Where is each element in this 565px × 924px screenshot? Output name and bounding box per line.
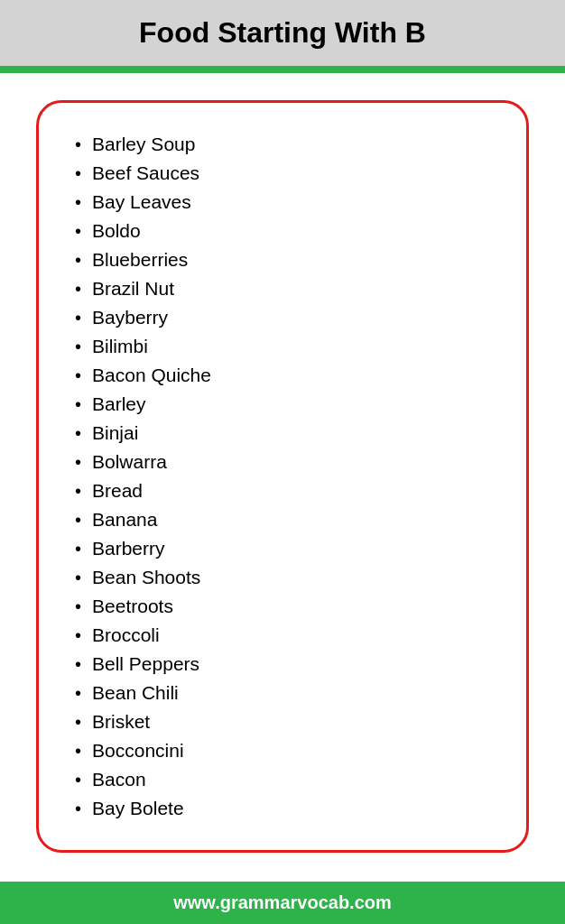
list-item-text: Bayberry [92,307,168,328]
footer-url: www.grammarvocab.com [173,892,392,912]
green-divider-top [0,66,565,73]
list-item-text: Bean Shoots [92,567,200,588]
list-item: Bacon [75,765,490,794]
list-item: Bilimbi [75,332,490,361]
list-item: Bay Bolete [75,794,490,823]
list-item-text: Bay Bolete [92,798,184,819]
page-title: Food Starting With B [18,16,547,50]
list-item-text: Beef Sauces [92,162,199,184]
list-item-text: Bocconcini [92,740,184,762]
list-item: Bocconcini [75,736,490,765]
list-item-text: Bean Chili [92,682,179,704]
list-item-text: Brazil Nut [92,278,174,300]
list-item: Bayberry [75,303,490,332]
list-item-text: Bacon [92,769,146,790]
list-item: Brazil Nut [75,274,490,303]
list-item: Bean Shoots [75,563,490,592]
list-item-text: Banana [92,509,157,531]
food-list: Barley SoupBeef SaucesBay LeavesBoldoBlu… [75,130,490,823]
list-item-text: Broccoli [92,624,160,646]
list-item: Bread [75,476,490,505]
list-item: Blueberries [75,245,490,274]
page-footer: www.grammarvocab.com [0,882,565,924]
list-item: Binjai [75,419,490,448]
main-content: Barley SoupBeef SaucesBay LeavesBoldoBlu… [0,73,565,882]
list-item: Barley [75,390,490,419]
list-item: Banana [75,505,490,534]
list-item-text: Brisket [92,711,150,733]
list-item: Bean Chili [75,679,490,707]
list-item-text: Bread [92,480,143,502]
list-item: Beetroots [75,592,490,621]
food-list-container: Barley SoupBeef SaucesBay LeavesBoldoBlu… [36,100,529,853]
list-item: Brisket [75,707,490,736]
list-item: Bacon Quiche [75,361,490,390]
page-header: Food Starting With B [0,0,565,66]
list-item-text: Bolwarra [92,451,167,473]
list-item-text: Bell Peppers [92,653,199,675]
list-item: Bell Peppers [75,650,490,679]
list-item: Beef Sauces [75,159,490,188]
list-item-text: Barley [92,393,146,415]
list-item-text: Beetroots [92,596,173,617]
list-item: Barberry [75,534,490,563]
list-item-text: Blueberries [92,249,188,271]
list-item-text: Bilimbi [92,336,148,357]
list-item-text: Barley Soup [92,134,195,155]
list-item: Bay Leaves [75,188,490,217]
list-item: Boldo [75,217,490,245]
list-item: Bolwarra [75,448,490,476]
list-item: Barley Soup [75,130,490,159]
list-item-text: Bay Leaves [92,191,191,213]
list-item-text: Boldo [92,220,141,242]
list-item: Broccoli [75,621,490,650]
list-item-text: Binjai [92,422,138,444]
list-item-text: Bacon Quiche [92,365,211,386]
list-item-text: Barberry [92,538,165,559]
